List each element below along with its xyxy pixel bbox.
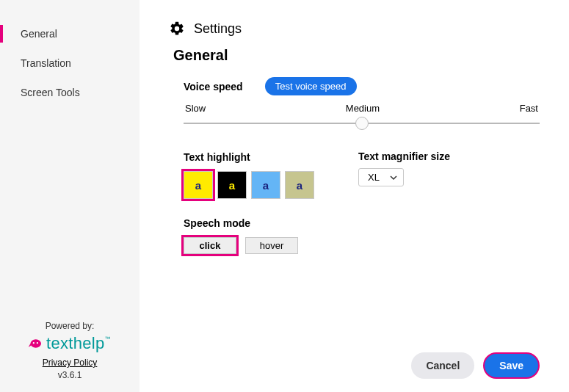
sidebar-item-general[interactable]: General xyxy=(0,19,139,48)
voice-speed-slow: Slow xyxy=(185,103,206,114)
brand: texthelp™ xyxy=(29,334,111,353)
text-highlight-group: Text highlight a a a a xyxy=(184,150,314,199)
voice-speed-group: Voice speed Test voice speed Slow Medium… xyxy=(184,77,540,133)
privacy-policy-link[interactable]: Privacy Policy xyxy=(43,357,98,368)
save-button[interactable]: Save xyxy=(483,352,540,379)
voice-speed-fast: Fast xyxy=(520,103,538,114)
section-title: General xyxy=(173,47,540,64)
main: Settings General Voice speed Test voice … xyxy=(139,0,569,392)
speech-mode-label: Speech mode xyxy=(184,217,250,229)
text-magnifier-select[interactable]: XL xyxy=(358,168,404,186)
speech-mode-click[interactable]: click xyxy=(184,237,236,254)
voice-speed-slider[interactable] xyxy=(184,115,540,133)
highlight-swatch-yellow[interactable]: a xyxy=(184,171,213,199)
text-magnifier-label: Text magnifier size xyxy=(358,150,450,162)
text-highlight-label: Text highlight xyxy=(184,151,250,163)
gear-icon xyxy=(169,21,185,37)
svg-point-0 xyxy=(31,339,42,348)
voice-speed-medium: Medium xyxy=(346,103,380,114)
text-magnifier-value: XL xyxy=(368,172,380,183)
text-magnifier-group: Text magnifier size XL xyxy=(358,150,450,186)
svg-point-1 xyxy=(33,342,35,344)
svg-point-2 xyxy=(37,342,38,344)
footer-actions: Cancel Save xyxy=(169,346,540,379)
highlight-swatch-olive[interactable]: a xyxy=(285,171,314,199)
voice-speed-label: Voice speed xyxy=(184,81,243,92)
speech-mode-group: Speech mode click hover xyxy=(184,217,540,254)
slider-thumb[interactable] xyxy=(355,117,369,130)
cancel-button[interactable]: Cancel xyxy=(411,352,474,379)
sidebar-nav: General Translation Screen Tools xyxy=(0,0,139,321)
brand-name: texthelp™ xyxy=(46,334,111,353)
test-voice-speed-button[interactable]: Test voice speed xyxy=(265,77,357,95)
sidebar-item-translation[interactable]: Translation xyxy=(0,48,139,78)
page-title: Settings xyxy=(194,21,242,37)
sidebar-footer: Powered by: texthelp™ Privacy Policy v3.… xyxy=(0,321,139,392)
chevron-down-icon xyxy=(390,174,397,181)
version-label: v3.6.1 xyxy=(0,370,139,380)
sidebar-item-screen-tools[interactable]: Screen Tools xyxy=(0,78,139,107)
powered-by-label: Powered by: xyxy=(0,321,139,331)
texthelp-logo-icon xyxy=(29,338,42,349)
page-header: Settings xyxy=(169,21,540,37)
sidebar: General Translation Screen Tools Powered… xyxy=(0,0,139,392)
highlight-swatch-blue[interactable]: a xyxy=(251,171,280,199)
highlight-swatch-black[interactable]: a xyxy=(217,171,247,199)
speech-mode-hover[interactable]: hover xyxy=(245,237,298,254)
